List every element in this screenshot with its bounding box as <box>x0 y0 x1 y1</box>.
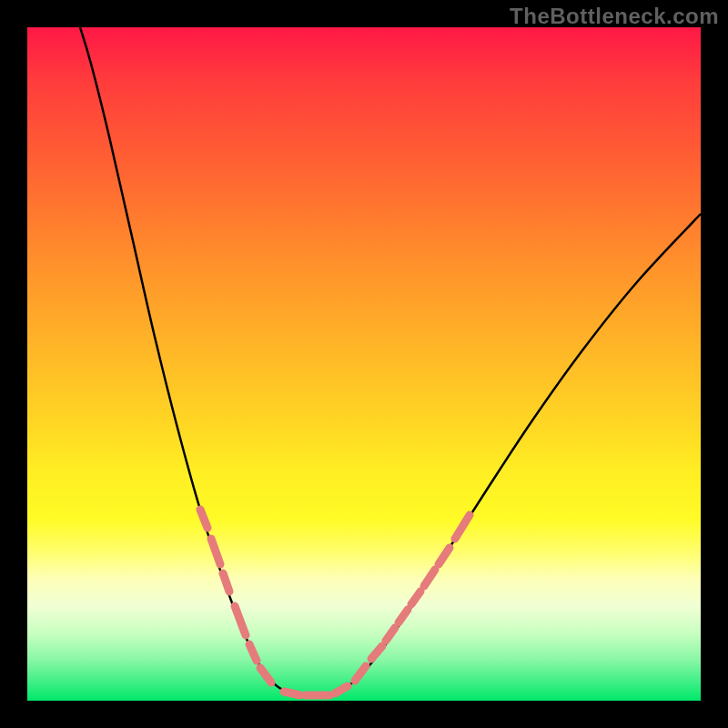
chart-frame: TheBottleneck.com <box>0 0 728 728</box>
plot-area <box>27 27 701 701</box>
watermark-text: TheBottleneck.com <box>510 4 719 29</box>
gradient-background <box>27 27 701 701</box>
